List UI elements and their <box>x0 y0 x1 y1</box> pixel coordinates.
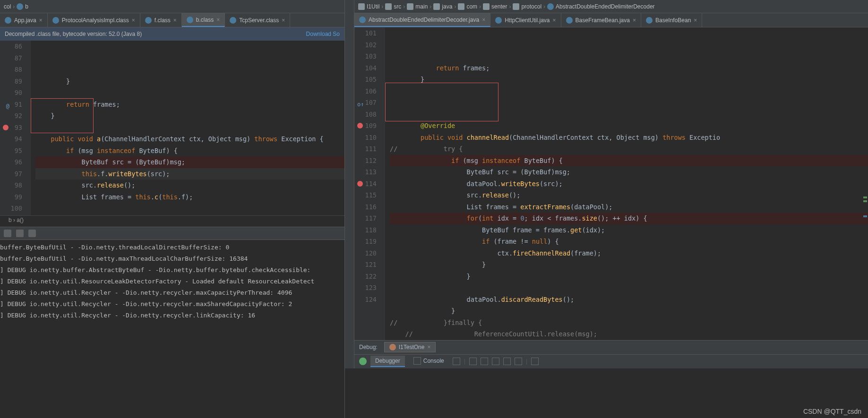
gutter-line[interactable]: 87 <box>0 52 22 64</box>
code-line[interactable]: src.release(); <box>390 189 868 201</box>
gutter-line[interactable]: 113 <box>354 166 377 178</box>
breadcrumb-item[interactable]: src <box>385 3 401 10</box>
breadcrumb-item[interactable]: b <box>17 3 28 10</box>
close-icon[interactable]: × <box>282 17 285 24</box>
gutter-line[interactable]: 90 <box>0 87 22 99</box>
code-line[interactable] <box>390 282 868 294</box>
code-line[interactable]: return frames; <box>35 99 344 111</box>
override-icon[interactable]: @ <box>3 101 9 107</box>
code-line[interactable] <box>390 109 868 120</box>
debugger-tab[interactable]: Debugger <box>370 356 405 367</box>
gutter-line[interactable]: 112 <box>354 155 377 167</box>
code-line[interactable]: } <box>390 74 868 85</box>
code-line[interactable]: List frames = this.c(this.f); <box>35 191 344 203</box>
editor-tab[interactable]: AbstractDoubleEndedDelimiterDecoder.java… <box>354 13 490 27</box>
code-editor-right[interactable]: 101102103104105106107o↑10810911011111211… <box>354 27 868 340</box>
code-line[interactable]: } <box>390 259 868 271</box>
close-icon[interactable]: × <box>553 17 556 24</box>
gutter-line[interactable]: 110 <box>354 132 377 144</box>
filter-icon[interactable] <box>4 230 11 237</box>
gutter-line[interactable]: 107o↑ <box>354 97 377 109</box>
code-line[interactable]: for(int idx = 0; idx < frames.size(); ++… <box>390 213 868 224</box>
breadcrumb-item[interactable]: com <box>458 3 477 10</box>
code-line[interactable] <box>390 85 868 97</box>
console-line[interactable]: ] DEBUG io.netty.util.Recycler - -Dio.ne… <box>0 299 344 310</box>
error-stripe[interactable] <box>862 55 868 340</box>
code-line[interactable]: List frames = extractFrames(dataPool); <box>390 201 868 213</box>
code-line[interactable]: } <box>35 110 344 122</box>
threads-icon[interactable] <box>453 358 460 365</box>
console-line[interactable]: ] DEBUG io.netty.util.Recycler - -Dio.ne… <box>0 287 344 299</box>
code-line[interactable]: if (frame != null) { <box>390 236 868 247</box>
gutter-line[interactable]: 108 <box>354 109 377 120</box>
code-line[interactable]: @Override <box>390 120 868 132</box>
gutter-line[interactable]: 95 <box>0 145 22 157</box>
code-line[interactable]: ByteBuf src = (ByteBuf)msg; <box>390 166 868 178</box>
close-icon[interactable]: × <box>39 17 43 24</box>
gutter-line[interactable]: 101 <box>354 27 377 39</box>
breadcrumb-item[interactable]: main <box>407 3 428 10</box>
gutter-line[interactable]: 123 <box>354 282 377 294</box>
code-line[interactable]: // try { <box>390 143 868 155</box>
editor-tab[interactable]: BaseFrameBean.java× <box>561 13 641 27</box>
download-sources-link[interactable]: Download So <box>306 31 340 37</box>
editor-tab[interactable]: ProtocolAnalysisImpl.class× <box>48 13 140 27</box>
run-to-cursor-icon[interactable] <box>503 358 511 365</box>
step-over-icon[interactable] <box>469 358 477 365</box>
gutter-line[interactable]: 96 <box>0 156 22 168</box>
breakpoint-icon[interactable] <box>357 123 363 128</box>
code-line[interactable]: } <box>390 305 868 317</box>
gutter-line[interactable]: 92 <box>0 110 22 122</box>
gutter-line[interactable]: 104 <box>354 62 377 74</box>
gutter-line[interactable]: 105 <box>354 74 377 85</box>
step-into-icon[interactable] <box>481 358 488 365</box>
breadcrumb-item[interactable]: col <box>4 3 11 10</box>
code-line[interactable]: for(int idx = 0; idx < frames.size(); ++… <box>35 214 344 215</box>
editor-tab[interactable]: TcpServer.class× <box>225 13 290 27</box>
code-line[interactable]: ctx.fireChannelRead(frame); <box>390 247 868 259</box>
gutter-line[interactable]: 98 <box>0 179 22 191</box>
more-icon[interactable] <box>531 358 539 365</box>
wrap-icon[interactable] <box>16 230 24 237</box>
gutter-line[interactable]: 93 <box>0 122 22 134</box>
close-icon[interactable]: × <box>633 17 636 24</box>
code-line[interactable]: public void a(ChannelHandlerContext ctx,… <box>35 133 344 145</box>
code-line[interactable]: } <box>390 271 868 282</box>
close-icon[interactable]: × <box>427 344 430 350</box>
gutter-line[interactable]: 120 <box>354 247 377 259</box>
breadcrumb-item[interactable]: I1Util <box>358 3 379 10</box>
breakpoint-icon[interactable] <box>357 181 363 187</box>
code-line[interactable]: // ReferenceCountUtil.release(msg); <box>390 328 868 340</box>
console-line[interactable]: ] DEBUG io.netty.util.ResourceLeakDetect… <box>0 276 344 287</box>
evaluate-icon[interactable] <box>515 358 522 365</box>
member-breadcrumb[interactable]: b › a() <box>0 215 344 227</box>
code-left[interactable]: } return frames; } public void a(Channel… <box>31 41 344 215</box>
override-icon[interactable]: o↑ <box>357 99 364 105</box>
console-line[interactable]: buffer.ByteBufUtil - -Dio.netty.maxThrea… <box>0 253 344 264</box>
close-icon[interactable]: × <box>132 17 135 24</box>
code-editor-left[interactable]: 868788899091@9293949596979899100101 } re… <box>0 41 344 215</box>
console-line[interactable]: ] DEBUG io.netty.buffer.AbstractByteBuf … <box>0 264 344 276</box>
code-line[interactable]: this.f.writeBytes(src); <box>35 168 344 180</box>
gutter-line[interactable]: 99 <box>0 191 22 203</box>
code-line[interactable] <box>390 97 868 109</box>
gutter-line[interactable]: 111 <box>354 143 377 155</box>
code-line[interactable]: if (msg instanceof ByteBuf) { <box>390 155 868 167</box>
gutter-line[interactable]: 102 <box>354 39 377 51</box>
console-tab[interactable]: Console <box>409 355 449 367</box>
scroll-icon[interactable] <box>28 230 36 237</box>
gutter-line[interactable]: 117 <box>354 213 377 224</box>
code-line[interactable]: dataPool.writeBytes(src); <box>390 178 868 190</box>
bug-icon[interactable] <box>359 358 367 365</box>
editor-tab[interactable]: b.class× <box>182 13 225 27</box>
code-line[interactable] <box>35 203 344 214</box>
gutter-left[interactable]: 868788899091@9293949596979899100101 <box>0 41 31 215</box>
console-line[interactable]: ] DEBUG io.netty.util.Recycler - -Dio.ne… <box>0 310 344 321</box>
gutter-line[interactable]: 106 <box>354 85 377 97</box>
console-line[interactable]: buffer.ByteBufUtil - -Dio.netty.threadLo… <box>0 242 344 253</box>
code-line[interactable]: // }finally { <box>390 317 868 329</box>
gutter-line[interactable]: 116 <box>354 201 377 213</box>
gutter-line[interactable]: 89 <box>0 76 22 87</box>
close-icon[interactable]: × <box>216 17 220 23</box>
code-line[interactable] <box>35 122 344 134</box>
